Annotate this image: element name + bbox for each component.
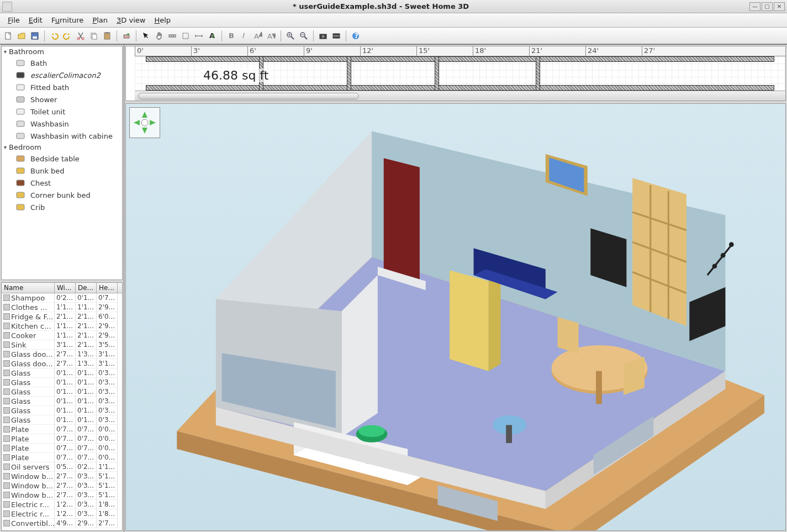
table-row[interactable]: Convertibl...4'9...2'9...2'7...	[2, 519, 122, 528]
create-walls-tool[interactable]	[166, 30, 178, 42]
catalog-item-label: Bath	[30, 59, 47, 67]
create-video-button[interactable]	[330, 30, 342, 42]
row-cell: 0'7...	[55, 453, 76, 462]
catalog-item[interactable]: Corner bunk bed	[2, 189, 122, 201]
svg-point-27	[322, 35, 325, 38]
furniture-list-body[interactable]: Shampoo0'2...0'1...0'7...Clothes ...1'1.…	[2, 293, 122, 530]
furniture-list[interactable]: Name Wi... De... He... Shampoo0'2...0'1.…	[1, 282, 123, 531]
row-cell: 2'7...	[55, 472, 76, 481]
catalog-item[interactable]: Crib	[2, 201, 122, 213]
table-row[interactable]: Glass0'1...0'1...0'3...	[2, 406, 122, 415]
text-bold-button[interactable]: B	[225, 30, 237, 42]
furniture-catalog[interactable]: BathroomBathescalierColimacon2Fitted bat…	[1, 46, 123, 280]
table-row[interactable]: Kitchen c...1'1...2'1...2'9...	[2, 322, 122, 331]
menu-plan[interactable]: Plan	[88, 14, 112, 26]
table-row[interactable]: Glass0'1...0'1...0'3...	[2, 415, 122, 425]
catalog-item-label: Bedside table	[30, 155, 80, 163]
maximize-button[interactable]: ▢	[762, 2, 773, 11]
cut-button[interactable]	[75, 30, 87, 42]
table-row[interactable]: Window b...2'7...0'3...5'1...	[2, 481, 122, 491]
catalog-item[interactable]: Chest	[2, 177, 122, 189]
create-dimensions-tool[interactable]	[193, 30, 205, 42]
table-row[interactable]: Window b...2'7...0'3...5'1...	[2, 472, 122, 481]
create-rooms-tool[interactable]	[179, 30, 192, 42]
new-button[interactable]	[2, 30, 14, 42]
row-cell: 2'1...	[76, 312, 97, 322]
zoom-in-button[interactable]	[284, 30, 297, 42]
pan-tool[interactable]	[153, 30, 165, 42]
select-tool[interactable]	[140, 30, 152, 42]
catalog-item[interactable]: Bunk bed	[2, 165, 122, 177]
table-row[interactable]: Glass doo...2'7...1'3...3'1...	[2, 350, 122, 359]
copy-button[interactable]	[88, 30, 100, 42]
row-cell: 2'9...	[97, 331, 118, 340]
furniture-icon	[3, 360, 10, 367]
table-row[interactable]: Glass0'1...0'1...0'3...	[2, 368, 122, 378]
table-row[interactable]: Oil servers0'5...0'2...1'1...	[2, 462, 122, 472]
menu-edit[interactable]: Edit	[24, 14, 47, 26]
table-row[interactable]: Window b...2'7...0'3...5'1...	[2, 491, 122, 500]
plan-view[interactable]: 0'3'6'9'12'15'18'21'24'27' 46.88 sq ft	[125, 46, 786, 101]
create-text-tool[interactable]: A	[206, 30, 218, 42]
catalog-item[interactable]: Washbasin with cabine	[2, 130, 122, 142]
close-button[interactable]: ✕	[774, 2, 785, 11]
row-cell: 0'1...	[55, 378, 76, 387]
table-row[interactable]: Plate0'7...0'7...0'0...	[2, 425, 122, 434]
3d-view[interactable]	[125, 103, 786, 531]
col-width[interactable]: Wi...	[55, 283, 76, 293]
table-row[interactable]: Plate0'7...0'7...0'0...	[2, 434, 122, 444]
paste-button[interactable]	[101, 30, 113, 42]
col-height[interactable]: He...	[97, 283, 118, 293]
table-row[interactable]: Glass0'1...0'1...0'3...	[2, 387, 122, 397]
row-cell: 0'2...	[76, 462, 97, 472]
text-decrease-button[interactable]: A▼	[265, 30, 277, 42]
menu-furniture[interactable]: Furniture	[47, 14, 88, 26]
menu-file[interactable]: File	[3, 14, 24, 26]
text-italic-button[interactable]: I	[239, 30, 251, 42]
text-increase-button[interactable]: A▲	[252, 30, 264, 42]
svg-rect-82	[596, 371, 602, 404]
3d-navigation-compass[interactable]	[129, 107, 160, 138]
furniture-list-header[interactable]: Name Wi... De... He...	[2, 283, 122, 293]
col-depth[interactable]: De...	[76, 283, 97, 293]
create-photo-button[interactable]	[317, 30, 329, 42]
table-row[interactable]: Plate0'7...0'7...0'0...	[2, 453, 122, 462]
table-row[interactable]: Clothes ...1'1...1'1...2'9...	[2, 303, 122, 312]
table-row[interactable]: Electric r...1'2...0'3...1'8...	[2, 509, 122, 519]
undo-button[interactable]	[48, 30, 60, 42]
catalog-item[interactable]: escalierColimacon2	[2, 69, 122, 81]
row-name: Window b...	[11, 491, 53, 499]
table-row[interactable]: Glass doo...2'7...1'3...3'1...	[2, 359, 122, 368]
minimize-button[interactable]: —	[749, 2, 760, 11]
redo-button[interactable]	[61, 30, 73, 42]
table-row[interactable]: Fridge & F...2'1...2'1...6'0...	[2, 312, 122, 322]
table-row[interactable]: Electric r...1'2...0'3...1'8...	[2, 500, 122, 509]
table-row[interactable]: Plate0'7...0'7...0'0...	[2, 444, 122, 453]
plan-h-scrollbar[interactable]	[135, 91, 785, 101]
svg-marker-46	[142, 128, 147, 134]
catalog-item[interactable]: Toilet unit	[2, 106, 122, 118]
table-row[interactable]: Glass0'1...0'1...0'3...	[2, 397, 122, 406]
save-button[interactable]	[29, 30, 41, 42]
svg-marker-45	[142, 112, 147, 118]
table-row[interactable]: Sink3'1...2'1...3'5...	[2, 340, 122, 350]
add-furniture-button[interactable]	[120, 30, 133, 42]
catalog-item[interactable]: Fitted bath	[2, 81, 122, 93]
table-row[interactable]: Shampoo0'2...0'1...0'7...	[2, 293, 122, 303]
catalog-item[interactable]: Bath	[2, 57, 122, 69]
plan-canvas[interactable]: 46.88 sq ft	[135, 56, 785, 91]
col-name[interactable]: Name	[2, 283, 55, 293]
table-row[interactable]: Glass0'1...0'1...0'3...	[2, 378, 122, 387]
catalog-item[interactable]: Washbasin	[2, 118, 122, 130]
catalog-item[interactable]: Shower	[2, 93, 122, 106]
catalog-group[interactable]: Bedroom	[2, 142, 122, 152]
zoom-out-button[interactable]	[298, 30, 310, 42]
menu-3dview[interactable]: 3D view	[112, 14, 150, 26]
open-button[interactable]	[15, 30, 28, 42]
catalog-group[interactable]: Bathroom	[2, 46, 122, 57]
menu-help[interactable]: Help	[150, 14, 175, 26]
catalog-item[interactable]: Bedside table	[2, 152, 122, 165]
help-button[interactable]: ?	[350, 30, 362, 42]
row-cell: 3'1...	[97, 359, 118, 368]
table-row[interactable]: Cooker1'1...2'1...2'9...	[2, 331, 122, 340]
